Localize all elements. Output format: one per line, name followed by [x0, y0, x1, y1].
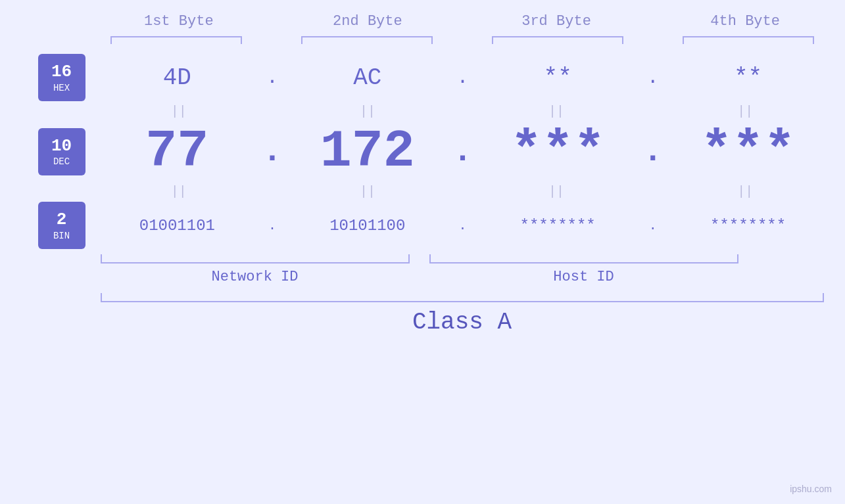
hex-dot2: . — [452, 66, 472, 89]
hex-b4: ** — [676, 64, 821, 91]
eq2-b3: || — [484, 184, 629, 199]
bin-row: 2 BIN 01001101 . 10101100 . ******** . *… — [18, 202, 827, 249]
bin-badge: 2 BIN — [38, 202, 85, 249]
bin-b1: 01001101 — [105, 217, 249, 235]
bin-dot2: . — [452, 218, 472, 233]
equals-row-2: || || || || — [101, 181, 824, 202]
byte2-header: 2nd Byte — [295, 13, 440, 30]
main-container: 1st Byte 2nd Byte 3rd Byte 4th Byte 16 H… — [0, 0, 845, 504]
dec-row: 10 DEC 77 . 172 . *** . *** — [18, 122, 827, 181]
watermark: ipshu.com — [790, 484, 832, 494]
network-bracket — [101, 254, 410, 263]
dec-dot3: . — [643, 133, 663, 170]
dec-b1: 77 — [105, 122, 249, 181]
byte-headers: 1st Byte 2nd Byte 3rd Byte 4th Byte — [101, 13, 824, 30]
bottom-brackets — [101, 254, 824, 263]
hex-b2: AC — [295, 64, 440, 91]
eq1-b1: || — [107, 104, 251, 119]
eq1-b4: || — [673, 104, 817, 119]
hex-dot1: . — [262, 66, 282, 89]
hex-badge: 16 HEX — [38, 54, 85, 101]
byte4-header: 4th Byte — [673, 13, 817, 30]
host-id-label: Host ID — [429, 269, 738, 285]
hex-b3: ** — [485, 64, 630, 91]
bracket-b2 — [301, 36, 433, 44]
dec-dot1: . — [262, 133, 282, 170]
dec-badge: 10 DEC — [38, 128, 85, 175]
class-bracket — [101, 293, 824, 302]
bin-b2: 10101100 — [295, 217, 440, 235]
bin-b3: ******** — [485, 217, 630, 235]
eq2-b4: || — [673, 184, 817, 199]
class-label: Class A — [101, 309, 824, 336]
bin-dot1: . — [262, 218, 282, 233]
dec-b4: *** — [676, 122, 821, 181]
byte1-header: 1st Byte — [107, 13, 251, 30]
network-id-label: Network ID — [101, 269, 410, 285]
bracket-b4 — [683, 36, 814, 44]
host-bracket — [429, 254, 738, 263]
byte3-header: 3rd Byte — [484, 13, 629, 30]
eq1-b2: || — [295, 104, 440, 119]
eq1-b3: || — [484, 104, 629, 119]
hex-row: 16 HEX 4D . AC . ** . ** — [18, 54, 827, 101]
hex-b1: 4D — [105, 64, 249, 91]
id-labels: Network ID Host ID — [101, 269, 824, 285]
eq2-b1: || — [107, 184, 251, 199]
bracket-b3 — [492, 36, 623, 44]
dec-dot2: . — [452, 133, 472, 170]
bin-b4: ******** — [676, 217, 821, 235]
bracket-b1 — [110, 36, 242, 44]
equals-row-1: || || || || — [101, 101, 824, 122]
dec-b3: *** — [485, 122, 630, 181]
bin-dot3: . — [643, 218, 663, 233]
top-brackets — [101, 36, 824, 44]
dec-b2: 172 — [295, 122, 440, 181]
eq2-b2: || — [295, 184, 440, 199]
hex-dot3: . — [643, 66, 663, 89]
